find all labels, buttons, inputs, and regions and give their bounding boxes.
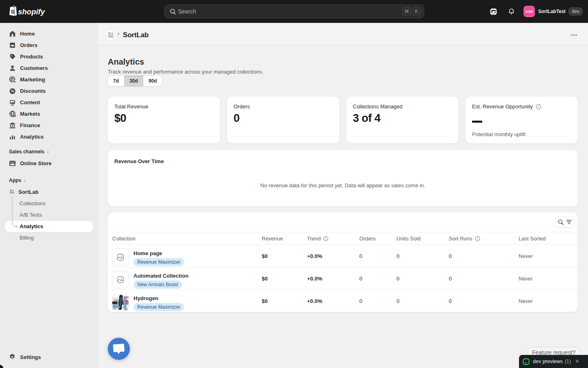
svg-text:shopify: shopify bbox=[18, 7, 45, 16]
svg-text:S: S bbox=[11, 9, 15, 15]
